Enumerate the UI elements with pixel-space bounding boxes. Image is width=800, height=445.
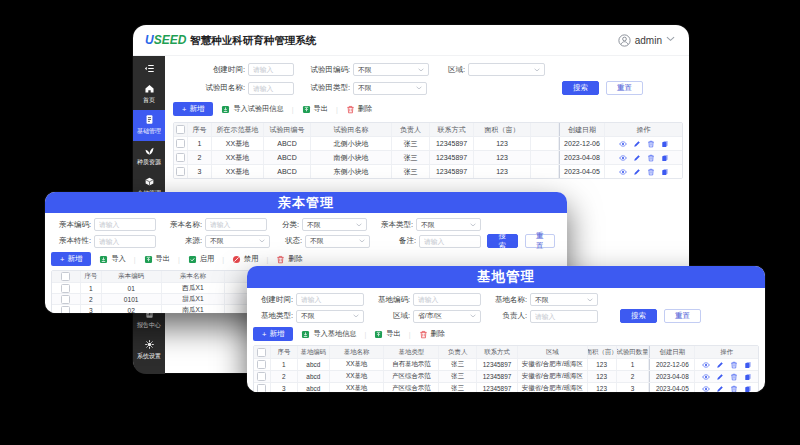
trial-field-table: 序号所在示范基地试验田编号试验田名称负责人联系方式面积（亩）创建日期操作1XX基…	[173, 122, 683, 179]
toolbar-import-button[interactable]: 导入基地信息	[301, 329, 356, 339]
row-checkbox[interactable]	[61, 295, 70, 304]
parent-select[interactable]: 不限	[302, 218, 367, 231]
eye-icon[interactable]	[619, 168, 627, 176]
select-value: 不限	[307, 220, 321, 230]
copy-icon[interactable]	[661, 140, 669, 148]
toolbar-import-button[interactable]: 导入试验田信息	[221, 104, 283, 114]
reset-button[interactable]: 重置	[525, 234, 556, 248]
select-all-checkbox[interactable]	[61, 272, 70, 281]
select-all-checkbox[interactable]	[257, 348, 266, 357]
row-checkbox[interactable]	[176, 139, 185, 148]
copy-icon[interactable]	[661, 154, 669, 162]
base-select[interactable]: 不限	[296, 310, 364, 323]
base-select[interactable]: 不限	[530, 293, 598, 306]
toolbar-export-button[interactable]: 导出	[144, 254, 170, 264]
username: admin	[635, 35, 662, 46]
main-select[interactable]: 不限	[353, 63, 429, 76]
row-checkbox[interactable]	[257, 372, 266, 381]
base-input[interactable]	[296, 293, 364, 306]
reset-button[interactable]: 重置	[664, 309, 701, 323]
toolbar-export-button[interactable]: 导出	[374, 329, 400, 339]
sidebar-item-label: 报告中心	[137, 321, 161, 330]
toolbar-export-button[interactable]: 导出	[302, 104, 328, 114]
base-input[interactable]	[413, 293, 481, 306]
toolbar-delete-button[interactable]: 删除	[276, 254, 302, 264]
copy-icon[interactable]	[744, 373, 752, 381]
sidebar-item-collapse[interactable]	[133, 59, 165, 79]
user-menu[interactable]: admin	[618, 34, 675, 47]
edit-icon[interactable]	[716, 373, 724, 381]
add-button[interactable]: +新增	[51, 252, 91, 266]
eye-icon[interactable]	[619, 140, 627, 148]
trash-icon[interactable]	[730, 373, 738, 381]
edit-icon[interactable]	[716, 385, 724, 393]
base-select[interactable]: 省/市/区	[413, 310, 481, 323]
sidebar-item-germplasm[interactable]: 种质资源	[133, 141, 165, 172]
toolbar-delete-button[interactable]: 删除	[346, 104, 372, 114]
sidebar-item-basic-management[interactable]: 基础管理	[133, 110, 165, 141]
trash-icon[interactable]	[647, 154, 655, 162]
eye-icon[interactable]	[702, 385, 710, 393]
parent-filters: 亲本编码:亲本名称:分类:不限亲本类型:不限亲本特性:来源:不限状态:不限备注:…	[51, 218, 561, 248]
table-cell: 张三	[439, 359, 477, 370]
toolbar-enable-button[interactable]: 启用	[188, 254, 214, 264]
add-button[interactable]: +新增	[253, 327, 293, 341]
parent-input[interactable]	[205, 218, 267, 231]
trash-icon[interactable]	[647, 140, 655, 148]
row-checkbox[interactable]	[257, 384, 266, 392]
table-cell: ABCD	[264, 151, 311, 164]
table-row: 3abcdXX基地产区综合示范张三12345897安徽省/合肥市/瑶海区1233…	[254, 382, 758, 392]
edit-icon[interactable]	[633, 168, 641, 176]
row-checkbox[interactable]	[176, 167, 185, 176]
copy-icon[interactable]	[661, 168, 669, 176]
parent-input[interactable]	[419, 235, 481, 248]
row-checkbox[interactable]	[61, 284, 70, 293]
select-value: 不限	[535, 295, 549, 305]
reset-button[interactable]: 重置	[606, 81, 643, 95]
eye-icon[interactable]	[702, 361, 710, 369]
eye-icon[interactable]	[619, 154, 627, 162]
copy-icon[interactable]	[744, 385, 752, 393]
parent-select[interactable]: 不限	[416, 218, 481, 231]
trash-icon[interactable]	[647, 168, 655, 176]
sidebar-item-system-settings[interactable]: 系统设置	[133, 335, 165, 366]
edit-icon[interactable]	[716, 361, 724, 369]
toolbar-delete-button[interactable]: 删除	[419, 329, 445, 339]
main-select[interactable]: 不限	[353, 82, 427, 95]
eye-icon[interactable]	[702, 373, 710, 381]
export-icon	[302, 105, 311, 114]
table-cell: 12345897	[430, 165, 474, 178]
trash-icon[interactable]	[730, 385, 738, 393]
main-input[interactable]	[248, 63, 294, 76]
parent-select[interactable]: 不限	[305, 235, 370, 248]
table-cell: XX基地	[212, 137, 264, 150]
filter-field: 试验田编码:不限	[304, 63, 429, 76]
header-cell: 序号	[188, 123, 212, 136]
search-button[interactable]: 搜索	[620, 309, 657, 323]
parent-select[interactable]: 不限	[205, 235, 270, 248]
table-cell	[695, 371, 758, 382]
select-all-checkbox[interactable]	[176, 125, 185, 134]
filter-field: 试验田名称:	[173, 82, 294, 95]
copy-icon[interactable]	[744, 361, 752, 369]
parent-input[interactable]	[94, 235, 156, 248]
row-checkbox[interactable]	[61, 306, 70, 314]
trash-icon[interactable]	[730, 361, 738, 369]
row-checkbox[interactable]	[176, 153, 185, 162]
toolbar-disable-button[interactable]: 禁用	[232, 254, 258, 264]
table-header-row: 序号基地编码基地名称基地类型负责人联系方式区域面积（亩）试验田数量创建日期操作	[254, 346, 758, 358]
table-cell: 2023-04-05	[559, 165, 605, 178]
edit-icon[interactable]	[633, 140, 641, 148]
search-button[interactable]: 搜索	[562, 81, 599, 95]
sidebar-item-home[interactable]: 首页	[133, 79, 165, 110]
edit-icon[interactable]	[633, 154, 641, 162]
base-input[interactable]	[530, 310, 598, 323]
parent-input[interactable]	[94, 218, 156, 231]
add-button[interactable]: +新增	[173, 102, 213, 116]
row-checkbox[interactable]	[257, 360, 266, 369]
main-input[interactable]	[248, 82, 294, 95]
main-select[interactable]	[468, 63, 545, 76]
search-button[interactable]: 搜索	[487, 234, 518, 248]
field-label: 试验田类型:	[304, 83, 350, 93]
toolbar-import-button[interactable]: 导入	[99, 254, 125, 264]
